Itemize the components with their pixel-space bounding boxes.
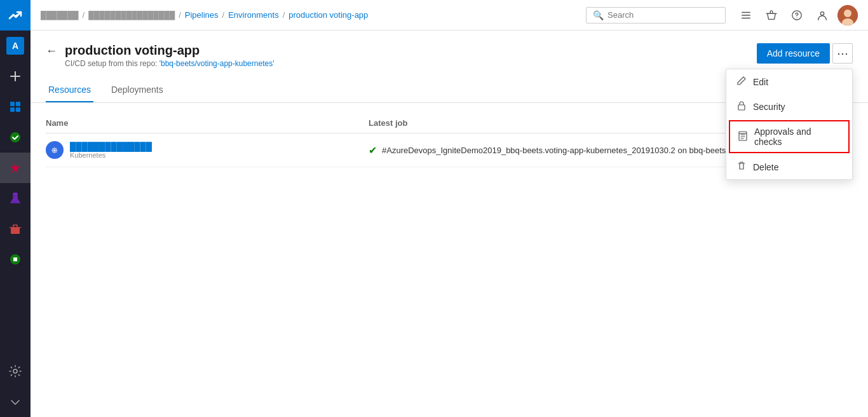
resource-name-cell: ⎈ ██████████████ Kubernetes — [46, 133, 369, 167]
col-header-name: Name — [46, 113, 369, 133]
topbar: ███████ / ████████████████ / Pipelines /… — [31, 0, 868, 31]
sidebar-item-artifacts[interactable] — [0, 214, 31, 244]
approvals-label: Approvals and checks — [754, 126, 841, 147]
delete-label: Delete — [753, 162, 778, 172]
org-name: ███████ — [41, 11, 79, 20]
dropdown-item-security[interactable]: Security — [726, 94, 852, 119]
page-header: ← production voting-app CI/CD setup from… — [31, 31, 868, 68]
sidebar-item-expand[interactable] — [0, 386, 31, 417]
breadcrumb-environments[interactable]: Environments — [228, 10, 278, 20]
breadcrumb: ███████ / ████████████████ / Pipelines /… — [41, 10, 581, 20]
search-input[interactable] — [607, 10, 719, 20]
add-resource-button[interactable]: Add resource — [757, 43, 830, 64]
sidebar-item-new[interactable] — [0, 61, 31, 92]
svg-point-4 — [10, 132, 20, 142]
help-icon[interactable] — [787, 5, 807, 25]
basket-icon[interactable] — [761, 5, 782, 25]
avatar[interactable] — [837, 5, 858, 25]
svg-point-7 — [13, 369, 17, 373]
sidebar: A — [0, 0, 31, 417]
sidebar-item-boards[interactable] — [0, 92, 31, 122]
subtitle-text: CI/CD setup from this repo: — [65, 59, 157, 68]
sidebar-item-extensions[interactable] — [0, 244, 31, 275]
lock-icon — [736, 100, 747, 113]
search-icon: 🔍 — [593, 10, 604, 20]
search-box[interactable]: 🔍 — [586, 7, 726, 24]
sidebar-item-testplans[interactable] — [0, 183, 31, 214]
topbar-icons — [736, 5, 858, 25]
page-title-section: production voting-app CI/CD setup from t… — [65, 43, 274, 68]
breadcrumb-current: production voting-app — [288, 10, 368, 20]
tab-resources[interactable]: Resources — [46, 78, 93, 102]
tab-deployments[interactable]: Deployments — [109, 78, 166, 102]
subtitle-link[interactable]: 'bbq-beets/voting-app-kubernetes' — [159, 59, 275, 68]
svg-rect-2 — [10, 107, 15, 112]
svg-rect-0 — [10, 102, 15, 106]
status-icon: ✔ — [369, 144, 377, 156]
sidebar-item-overview[interactable]: A — [0, 31, 31, 61]
resource-type: Kubernetes — [70, 151, 152, 159]
svg-rect-3 — [16, 107, 20, 112]
page-subtitle: CI/CD setup from this repo: 'bbq-beets/v… — [65, 59, 274, 68]
main-wrapper: ███████ / ████████████████ / Pipelines /… — [31, 0, 868, 417]
dropdown-item-approvals[interactable]: Approvals and checks — [729, 120, 850, 153]
page-header-right: Add resource ⋯ Edit — [757, 43, 853, 64]
page-content: ← production voting-app CI/CD setup from… — [31, 31, 868, 417]
more-options-button[interactable]: ⋯ — [832, 43, 853, 64]
latest-job-text: #AzureDevops_IgniteDemo2019_bbq-beets.vo… — [382, 146, 750, 155]
k8s-icon: ⎈ — [46, 141, 64, 159]
project-name: ████████████████ — [88, 11, 175, 20]
svg-rect-1 — [16, 102, 20, 106]
svg-point-10 — [820, 11, 824, 15]
page-header-left: ← production voting-app CI/CD setup from… — [46, 43, 274, 68]
dropdown-item-edit[interactable]: Edit — [726, 69, 852, 94]
svg-rect-5 — [11, 228, 20, 234]
dropdown-menu: Edit Security — [726, 69, 853, 180]
security-label: Security — [753, 102, 785, 112]
back-button[interactable]: ← — [46, 44, 57, 58]
list-icon[interactable] — [736, 5, 756, 25]
edit-label: Edit — [753, 77, 768, 87]
svg-point-9 — [796, 17, 797, 18]
breadcrumb-pipelines[interactable]: Pipelines — [185, 10, 219, 20]
dropdown-item-delete[interactable]: Delete — [726, 154, 852, 179]
sidebar-logo[interactable] — [0, 0, 31, 31]
user-icon[interactable] — [812, 5, 832, 25]
page-title: production voting-app — [65, 43, 274, 58]
svg-rect-12 — [739, 132, 747, 140]
trash-icon — [736, 161, 747, 173]
checklist-icon — [738, 131, 748, 143]
svg-rect-11 — [738, 105, 745, 110]
pencil-icon — [736, 76, 747, 88]
resource-name-link[interactable]: ██████████████ — [70, 142, 152, 151]
sidebar-item-pipelines[interactable] — [0, 153, 31, 183]
sidebar-item-settings[interactable] — [0, 356, 31, 386]
sidebar-item-repos[interactable] — [0, 122, 31, 153]
